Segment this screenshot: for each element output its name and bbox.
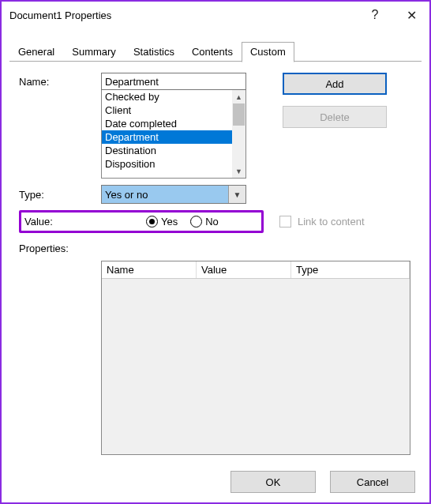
name-label: Name: bbox=[19, 73, 101, 88]
right-buttons: Add Delete bbox=[283, 73, 387, 128]
col-header-type[interactable]: Type bbox=[291, 261, 410, 278]
value-link-row: Value: Yes No Link to content bbox=[19, 210, 415, 233]
properties-row: Properties: bbox=[19, 239, 415, 254]
properties-header: Name Value Type bbox=[102, 261, 410, 279]
value-row-highlight: Value: Yes No bbox=[19, 210, 264, 233]
footer-buttons: OK Cancel bbox=[230, 471, 415, 493]
type-value: Yes or no bbox=[105, 189, 148, 201]
add-button[interactable]: Add bbox=[283, 73, 387, 95]
type-label: Type: bbox=[19, 189, 101, 201]
properties-table: Name Value Type bbox=[101, 261, 410, 455]
link-to-content: Link to content bbox=[279, 216, 365, 228]
help-icon: ? bbox=[372, 8, 379, 22]
tab-custom[interactable]: Custom bbox=[242, 42, 294, 62]
scroll-thumb[interactable] bbox=[233, 103, 245, 126]
tab-strip: General Summary Statistics Contents Cust… bbox=[2, 41, 429, 62]
suggestion-item[interactable]: Department bbox=[102, 130, 232, 144]
scroll-up-icon[interactable]: ▲ bbox=[232, 90, 245, 103]
chevron-down-icon: ▼ bbox=[228, 186, 245, 203]
col-header-name[interactable]: Name bbox=[102, 261, 197, 278]
tab-general[interactable]: General bbox=[9, 42, 63, 62]
properties-label: Properties: bbox=[19, 239, 101, 254]
scroll-down-icon[interactable]: ▼ bbox=[232, 164, 245, 178]
suggestion-scrollbar[interactable]: ▲ ▼ bbox=[232, 90, 245, 178]
scroll-track[interactable] bbox=[232, 103, 245, 164]
radio-no[interactable]: No bbox=[190, 216, 219, 228]
name-suggestion-list: Checked by Client Date completed Departm… bbox=[101, 90, 246, 179]
name-row: Name: Checked by Client Date completed D… bbox=[19, 73, 415, 179]
delete-button: Delete bbox=[283, 106, 387, 128]
link-content-label: Link to content bbox=[298, 216, 365, 228]
value-label: Value: bbox=[21, 216, 100, 228]
cancel-button[interactable]: Cancel bbox=[330, 471, 415, 493]
name-group: Checked by Client Date completed Departm… bbox=[101, 73, 246, 179]
titlebar: Document1 Properties ? ✕ bbox=[2, 2, 429, 28]
suggestion-item[interactable]: Date completed bbox=[102, 117, 232, 130]
suggestion-item[interactable]: Client bbox=[102, 103, 232, 117]
close-icon: ✕ bbox=[407, 8, 417, 23]
content-panel: Name: Checked by Client Date completed D… bbox=[2, 62, 429, 463]
ok-button[interactable]: OK bbox=[230, 471, 316, 493]
col-header-value[interactable]: Value bbox=[197, 261, 291, 278]
close-button[interactable]: ✕ bbox=[393, 2, 429, 28]
suggestion-items[interactable]: Checked by Client Date completed Departm… bbox=[102, 90, 232, 178]
link-checkbox bbox=[279, 216, 291, 228]
radio-yes-label: Yes bbox=[161, 216, 178, 228]
properties-body bbox=[102, 279, 410, 454]
help-button[interactable]: ? bbox=[357, 2, 393, 28]
tab-contents[interactable]: Contents bbox=[183, 42, 242, 62]
name-input[interactable] bbox=[101, 73, 246, 90]
type-select[interactable]: Yes or no ▼ bbox=[101, 185, 246, 204]
suggestion-item[interactable]: Disposition bbox=[102, 157, 232, 171]
radio-icon bbox=[146, 216, 158, 228]
tab-statistics[interactable]: Statistics bbox=[125, 42, 183, 62]
radio-no-label: No bbox=[205, 216, 219, 228]
radio-icon bbox=[190, 216, 202, 228]
type-row: Type: Yes or no ▼ bbox=[19, 185, 415, 204]
suggestion-item[interactable]: Destination bbox=[102, 144, 232, 157]
value-radios: Yes No bbox=[146, 216, 219, 228]
radio-yes[interactable]: Yes bbox=[146, 216, 178, 228]
tab-summary[interactable]: Summary bbox=[63, 42, 125, 62]
suggestion-item[interactable]: Checked by bbox=[102, 90, 232, 103]
window-title: Document1 Properties bbox=[9, 9, 357, 21]
